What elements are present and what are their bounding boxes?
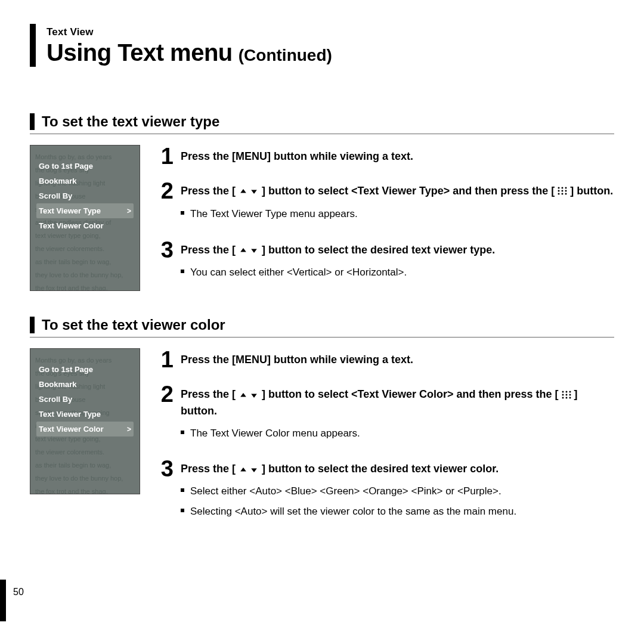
svg-point-9 (562, 391, 564, 392)
svg-point-1 (562, 187, 564, 189)
svg-point-3 (558, 190, 560, 192)
device-screenshot-color: Months go by, as do years the dog's eyes… (30, 348, 140, 494)
up-down-icon (239, 188, 259, 195)
device-menu-list: Go to 1st PageBookmarkScroll ByText View… (36, 159, 134, 233)
section-divider (30, 337, 614, 338)
step-heading: Press the [MENU] button while viewing a … (181, 148, 614, 164)
step-number: 1 (157, 145, 174, 168)
grid-icon (558, 184, 567, 199)
section-eyebrow: Text View (47, 26, 332, 38)
step-subnote: You can select either <Vertical> or <Hor… (181, 265, 614, 280)
step-1: 1 Press the [MENU] button while viewing … (157, 145, 614, 168)
step-number: 3 (157, 457, 174, 480)
up-down-icon (239, 392, 259, 399)
section-accent-bar (30, 317, 35, 333)
device-menu-item: Text Viewer Color> (36, 422, 134, 436)
step-3: 3 Press the [ ] button to select the des… (157, 457, 614, 524)
svg-point-6 (558, 193, 560, 195)
page-title-continued: (Continued) (239, 46, 332, 65)
svg-point-11 (569, 391, 571, 392)
page-number-accent-bar (0, 580, 6, 621)
step-number: 1 (157, 348, 174, 371)
step-number: 3 (157, 239, 174, 261)
svg-point-10 (565, 391, 567, 392)
step-number: 2 (157, 383, 174, 405)
svg-point-4 (562, 190, 564, 192)
step-heading: Press the [ ] button to select <Text Vie… (181, 386, 614, 418)
svg-point-16 (565, 397, 567, 398)
header-accent-bar (30, 24, 36, 67)
device-menu-list: Go to 1st PageBookmarkScroll ByText View… (36, 362, 134, 436)
page-header: Text View Using Text menu (Continued) (30, 24, 614, 67)
svg-point-2 (565, 187, 567, 189)
device-menu-item: Text Viewer Type> (36, 203, 134, 218)
device-menu-item: Text Viewer Type (36, 407, 134, 422)
step-number: 2 (157, 179, 174, 202)
svg-point-7 (562, 193, 564, 195)
device-menu-item: Bookmark (36, 174, 134, 188)
step-heading: Press the [ ] button to select the desir… (181, 461, 614, 476)
step-subnote: Select either <Auto> <Blue> <Green> <Ora… (181, 484, 614, 499)
device-menu-item: Bookmark (36, 377, 134, 392)
svg-point-5 (565, 190, 567, 192)
device-menu-item: Scroll By (36, 392, 134, 407)
svg-point-14 (569, 394, 571, 395)
step-heading: Press the [MENU] button while viewing a … (181, 352, 614, 367)
step-heading: Press the [ ] button to select the desir… (181, 242, 614, 258)
up-down-icon (239, 466, 259, 473)
chevron-right-icon: > (127, 425, 131, 434)
step-heading: Press the [ ] button to select <Text Vie… (181, 183, 614, 199)
device-menu-item: Text Viewer Color (36, 218, 134, 233)
step-subnote: Selecting <Auto> will set the viewer col… (181, 504, 614, 519)
svg-point-8 (565, 193, 567, 195)
svg-point-12 (562, 394, 564, 395)
section-viewer-color: To set the text viewer color Months go b… (30, 317, 614, 535)
svg-point-15 (562, 397, 564, 398)
step-2: 2 Press the [ ] button to select <Text V… (157, 179, 614, 227)
step-1: 1 Press the [MENU] button while viewing … (157, 348, 614, 371)
page-number-block: 50 (0, 580, 24, 621)
step-2: 2 Press the [ ] button to select <Text V… (157, 383, 614, 445)
device-menu-item: Scroll By (36, 188, 134, 203)
section-title: To set the text viewer color (42, 317, 225, 333)
section-accent-bar (30, 113, 35, 130)
section-viewer-type: To set the text viewer type Months go by… (30, 113, 614, 296)
step-subnote: The Text Viewer Type menu appears. (181, 206, 614, 222)
grid-icon (562, 388, 571, 403)
svg-point-17 (569, 397, 571, 398)
up-down-icon (239, 247, 259, 254)
chevron-right-icon: > (127, 207, 131, 215)
step-3: 3 Press the [ ] button to select the des… (157, 239, 614, 285)
step-subnote: The Text Viewer Color menu appears. (181, 426, 614, 441)
device-menu-item: Go to 1st Page (36, 362, 134, 377)
svg-point-13 (565, 394, 567, 395)
page-number: 50 (13, 587, 24, 621)
device-screenshot-type: Months go by, as do years the dog's eyes… (30, 145, 140, 291)
section-title: To set the text viewer type (42, 113, 219, 130)
section-divider (30, 134, 614, 134)
svg-point-0 (558, 187, 560, 189)
page-title: Using Text menu (47, 39, 233, 66)
device-menu-item: Go to 1st Page (36, 159, 134, 174)
